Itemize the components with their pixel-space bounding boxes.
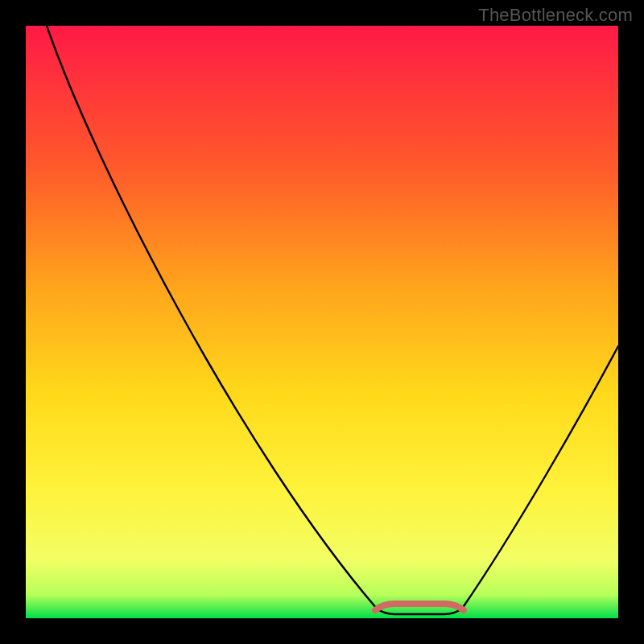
- plot-background: [26, 26, 618, 618]
- watermark-text: TheBottleneck.com: [478, 5, 633, 26]
- chart-frame: [0, 0, 644, 644]
- chart-svg: [0, 0, 644, 644]
